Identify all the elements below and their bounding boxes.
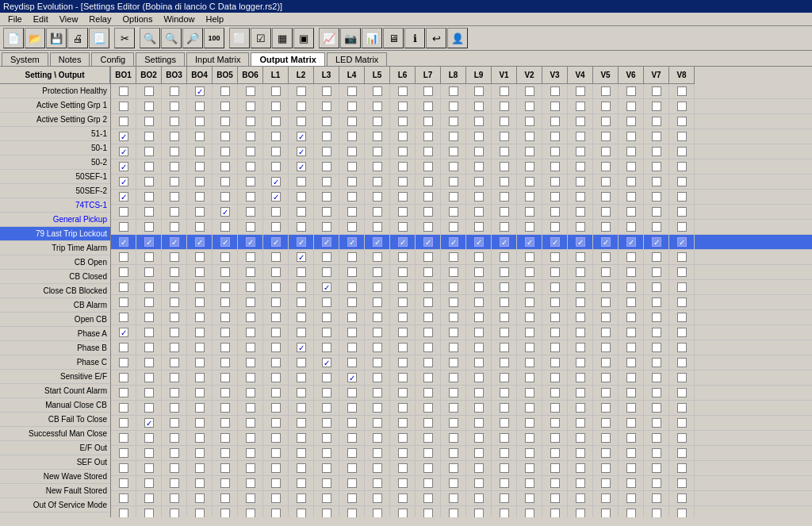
checkbox-18-12[interactable] [423, 358, 433, 367]
checkbox-3-10[interactable] [373, 132, 382, 141]
checkbox-3-4[interactable] [220, 132, 230, 141]
checkbox-4-9[interactable] [347, 147, 357, 156]
checkbox-8-6[interactable] [271, 207, 281, 217]
checkbox-0-21[interactable] [652, 86, 661, 96]
checkbox-24-5[interactable] [246, 448, 255, 458]
checkbox-14-17[interactable] [550, 298, 560, 307]
checkbox-17-21[interactable] [652, 343, 661, 352]
checkbox-12-7[interactable] [297, 267, 306, 277]
checkbox-27-22[interactable] [677, 493, 687, 503]
checkbox-0-2[interactable] [170, 86, 179, 96]
checkbox-16-4[interactable] [220, 328, 230, 337]
checkbox-6-20[interactable] [626, 177, 636, 186]
checkbox-8-11[interactable] [398, 207, 408, 217]
checkbox-26-8[interactable] [322, 478, 331, 488]
checkbox-21-19[interactable] [601, 403, 611, 413]
checkbox-6-15[interactable] [500, 177, 509, 186]
checkbox-3-6[interactable] [271, 132, 281, 141]
checkbox-7-13[interactable] [449, 192, 458, 202]
checkbox-25-10[interactable] [373, 463, 382, 473]
checkbox-11-18[interactable] [576, 252, 585, 262]
checkbox-8-17[interactable] [550, 207, 560, 217]
checkbox-26-7[interactable] [297, 478, 306, 488]
checkbox-24-15[interactable] [500, 448, 509, 458]
checkbox-2-15[interactable] [500, 117, 509, 126]
checkbox-26-14[interactable] [474, 478, 484, 488]
checkbox-17-13[interactable] [449, 343, 458, 352]
checkbox-18-22[interactable] [677, 358, 687, 367]
checkbox-22-7[interactable] [297, 418, 306, 428]
checkbox-21-14[interactable] [474, 403, 484, 413]
checkbox-1-22[interactable] [677, 102, 687, 111]
checkbox-6-14[interactable] [474, 177, 484, 186]
checkbox-19-21[interactable] [652, 373, 661, 382]
checkbox-18-5[interactable] [246, 358, 255, 367]
checkbox-16-20[interactable] [626, 328, 636, 337]
checkbox-7-0[interactable] [119, 192, 128, 202]
checkbox-23-18[interactable] [576, 433, 585, 443]
tab-input-matrix[interactable]: Input Matrix [186, 52, 249, 66]
checkbox-21-5[interactable] [246, 403, 255, 413]
checkbox-6-3[interactable] [195, 177, 205, 186]
checkbox-10-9[interactable] [347, 237, 357, 247]
toolbar-zoom100[interactable]: 100 [204, 28, 224, 48]
checkbox-15-3[interactable] [195, 313, 205, 322]
checkbox-1-8[interactable] [322, 102, 331, 111]
checkbox-28-18[interactable] [576, 509, 585, 517]
checkbox-24-7[interactable] [297, 448, 306, 458]
checkbox-23-12[interactable] [423, 433, 433, 443]
checkbox-3-19[interactable] [601, 132, 611, 141]
checkbox-13-15[interactable] [500, 282, 509, 292]
checkbox-11-14[interactable] [474, 252, 484, 262]
tab-led-matrix[interactable]: LED Matrix [327, 52, 387, 66]
checkbox-13-3[interactable] [195, 282, 205, 292]
checkbox-0-8[interactable] [322, 86, 331, 96]
checkbox-10-0[interactable] [119, 237, 128, 247]
checkbox-28-6[interactable] [271, 509, 281, 517]
checkbox-20-14[interactable] [474, 388, 484, 397]
checkbox-25-2[interactable] [170, 463, 179, 473]
checkbox-28-19[interactable] [601, 509, 611, 517]
checkbox-1-3[interactable] [195, 102, 205, 111]
checkbox-12-19[interactable] [601, 267, 611, 277]
checkbox-27-20[interactable] [626, 493, 636, 503]
checkbox-19-17[interactable] [550, 373, 560, 382]
checkbox-6-22[interactable] [677, 177, 687, 186]
checkbox-9-16[interactable] [525, 222, 534, 232]
checkbox-17-14[interactable] [474, 343, 484, 352]
checkbox-26-4[interactable] [220, 478, 230, 488]
checkbox-14-19[interactable] [601, 298, 611, 307]
checkbox-25-20[interactable] [626, 463, 636, 473]
checkbox-28-12[interactable] [423, 509, 433, 517]
checkbox-11-3[interactable] [195, 252, 205, 262]
checkbox-3-22[interactable] [677, 132, 687, 141]
checkbox-27-17[interactable] [550, 493, 560, 503]
checkbox-25-3[interactable] [195, 463, 205, 473]
checkbox-3-21[interactable] [652, 132, 661, 141]
checkbox-16-16[interactable] [525, 328, 534, 337]
checkbox-24-21[interactable] [652, 448, 661, 458]
checkbox-21-1[interactable] [144, 403, 154, 413]
checkbox-2-14[interactable] [474, 117, 484, 126]
checkbox-17-18[interactable] [576, 343, 585, 352]
toolbar-save[interactable]: 💾 [46, 28, 67, 48]
checkbox-20-7[interactable] [297, 388, 306, 397]
checkbox-0-0[interactable] [119, 86, 128, 96]
checkbox-9-13[interactable] [449, 222, 458, 232]
checkbox-2-22[interactable] [677, 117, 687, 126]
checkbox-27-13[interactable] [449, 493, 458, 503]
checkbox-13-22[interactable] [677, 282, 687, 292]
checkbox-12-11[interactable] [398, 267, 408, 277]
checkbox-19-12[interactable] [423, 373, 433, 382]
checkbox-4-14[interactable] [474, 147, 484, 156]
checkbox-24-19[interactable] [601, 448, 611, 458]
checkbox-3-15[interactable] [500, 132, 509, 141]
checkbox-2-18[interactable] [576, 117, 585, 126]
checkbox-20-17[interactable] [550, 388, 560, 397]
toolbar-open[interactable]: 📂 [25, 28, 45, 48]
checkbox-23-16[interactable] [525, 433, 534, 443]
checkbox-15-14[interactable] [474, 313, 484, 322]
checkbox-11-13[interactable] [449, 252, 458, 262]
checkbox-16-7[interactable] [297, 328, 306, 337]
checkbox-15-2[interactable] [170, 313, 179, 322]
